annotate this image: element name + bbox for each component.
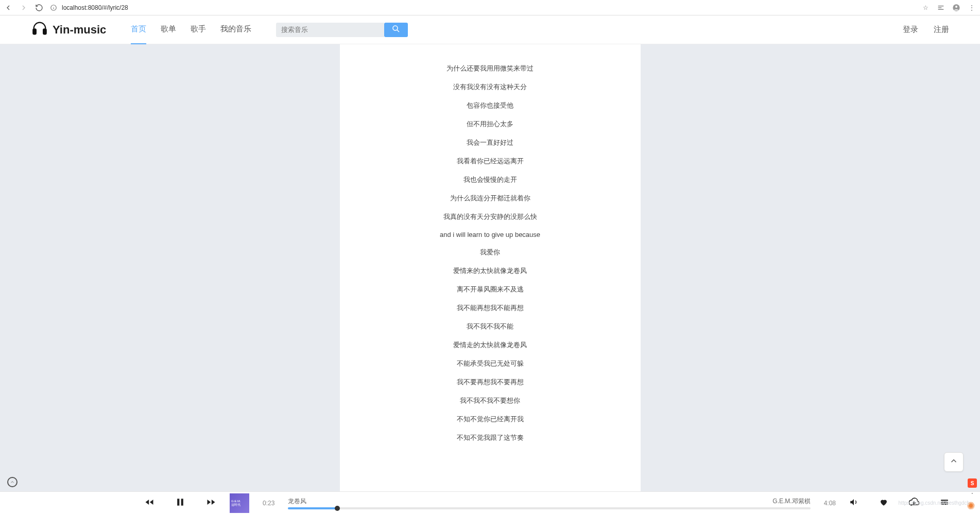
nav-singer[interactable]: 歌手 [191, 15, 206, 45]
svg-point-10 [393, 26, 398, 30]
login-link[interactable]: 登录 [903, 25, 918, 35]
reload-icon[interactable] [35, 4, 43, 12]
svg-rect-8 [33, 29, 36, 34]
svg-line-11 [398, 30, 400, 32]
reader-icon[interactable] [937, 4, 945, 12]
brand-name: Yin-music [53, 23, 106, 37]
star-icon[interactable]: ☆ [921, 4, 930, 12]
svg-rect-9 [43, 29, 46, 34]
search-box [276, 23, 408, 37]
url-text[interactable]: localhost:8080/#/lyric/28 [62, 4, 128, 11]
back-icon[interactable] [4, 4, 12, 12]
search-input[interactable] [276, 23, 384, 37]
svg-point-7 [955, 6, 957, 8]
profile-icon[interactable] [952, 4, 960, 12]
menu-icon[interactable]: ⋮ [968, 4, 976, 12]
nav-home[interactable]: 首页 [131, 15, 146, 45]
top-nav: Yin-music 首页 歌单 歌手 我的音乐 登录 注册 [0, 15, 980, 44]
search-button[interactable] [384, 23, 408, 37]
register-link[interactable]: 注册 [934, 25, 949, 35]
forward-icon[interactable] [20, 4, 28, 12]
browser-address-bar: localhost:8080/#/lyric/28 ☆ ⋮ [0, 0, 980, 15]
headphones-icon [31, 20, 48, 40]
logo[interactable]: Yin-music [31, 20, 106, 40]
info-icon[interactable] [49, 4, 58, 12]
search-icon [391, 24, 401, 35]
nav-my-music[interactable]: 我的音乐 [220, 15, 251, 45]
nav-playlist[interactable]: 歌单 [161, 15, 176, 45]
